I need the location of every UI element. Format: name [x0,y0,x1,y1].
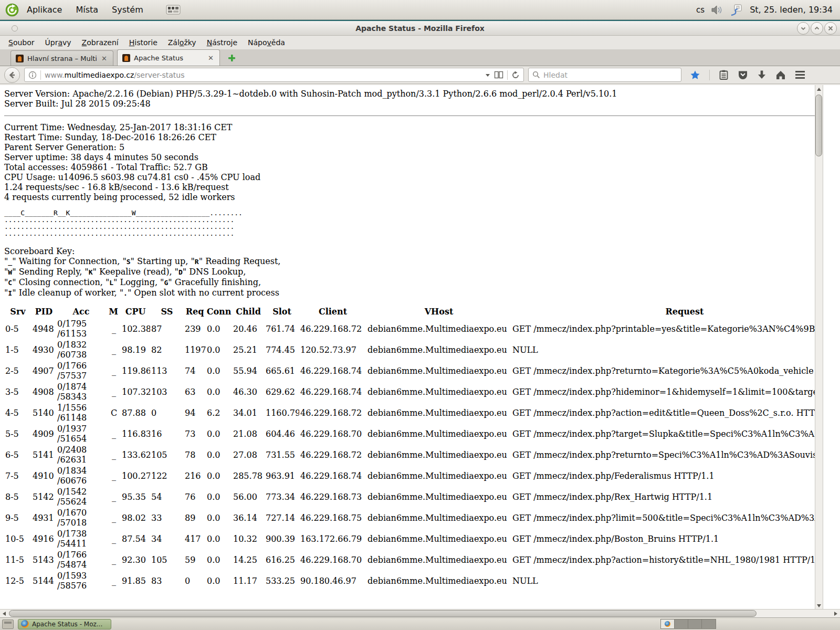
cell-pid: 5142 [32,486,56,507]
server-info-line: Parent Server Generation: 5 [4,142,815,152]
firefox-window: Apache Status - Mozilla Firefox SouborÚp… [0,20,840,617]
new-tab-button[interactable] [225,53,239,63]
menu-button[interactable] [795,70,805,79]
table-row: 6-551410/2408/62631_133.62105780.027.087… [4,444,815,465]
workspace-4[interactable] [702,620,716,628]
cell-m: _ [106,486,121,507]
bookmark-star-icon[interactable] [690,70,700,80]
col-header-request: Request [511,305,815,318]
cell-cpu: 87.88 [121,402,150,423]
cell-client: 46.229.168.72 [299,402,366,423]
worker-status-table: SrvPIDAccMCPUSSReqConnChildSlotClientVHo… [4,305,815,591]
mixer-applet-icon[interactable] [166,5,181,15]
cell-cpu: 116.83 [121,423,150,444]
show-desktop-button[interactable] [2,620,14,629]
cell-req: 59 [184,549,206,570]
cell-child: 285.78 [232,465,265,486]
distro-logo-icon[interactable] [5,3,19,17]
col-header-child: Child [232,305,265,318]
url-bar[interactable]: www.multimediaexpo.cz/server-status [24,68,524,82]
cell-client: 120.52.73.97 [299,339,366,360]
cell-request: GET /mmecz/index.php/Boston_Bruins HTTP/… [511,528,815,549]
workspace-2[interactable] [675,620,688,628]
menu-upravy[interactable]: Úpravy [40,37,77,48]
cell-cpu: 107.32 [121,381,150,402]
table-row: 0-549480/1795/61153_102.38872390.020.467… [4,318,815,339]
cell-ss: 113 [150,360,184,381]
cell-slot: 665.61 [265,360,299,381]
table-row: 1-549300/1832/60738_98.198211970.025.217… [4,339,815,360]
menu-nastroje[interactable]: Nástroje [202,37,243,48]
vertical-scrollbar[interactable] [815,85,823,610]
vertical-scrollbar-thumb[interactable] [815,94,822,156]
cell-acc: 0/1593/58576 [56,570,106,591]
cell-req: 89 [184,507,206,528]
scroll-left-arrow[interactable] [0,610,8,617]
cell-conn: 0.0 [206,318,232,339]
panel-menu-mista[interactable]: Místa [70,2,104,17]
workspace-switcher[interactable] [660,619,716,629]
page-info-icon[interactable] [28,71,37,79]
col-header-pid: PID [32,305,56,318]
downloads-icon[interactable] [757,70,766,80]
close-button[interactable] [824,22,837,35]
keyboard-layout-indicator[interactable]: cs [696,5,705,15]
horizontal-scrollbar[interactable] [0,609,840,617]
url-dropdown-icon[interactable] [485,73,490,77]
pocket-icon[interactable] [738,70,748,80]
taskbar-window-button[interactable]: Apache Status - Moz... [18,619,111,629]
home-button[interactable] [775,70,786,80]
tab-close-icon[interactable]: ✕ [100,55,108,62]
panel-menu-system[interactable]: Systém [106,2,149,17]
scroll-right-arrow[interactable] [832,610,839,617]
tab-hlavni-strana[interactable]: Hlavní strana – Multi...✕ [10,50,113,66]
reader-mode-icon[interactable] [494,71,503,79]
cell-pid: 5144 [32,570,56,591]
horizontal-scrollbar-thumb[interactable] [9,610,757,617]
cell-slot: 533.25 [265,570,299,591]
menu-zalozky[interactable]: Záložky [163,37,202,48]
minimize-button[interactable] [797,22,810,35]
cell-srv: 7-5 [4,465,32,486]
table-row: 9-549310/1670/57018_98.0233890.036.14727… [4,507,815,528]
menu-historie[interactable]: Historie [124,37,163,48]
workspace-1[interactable] [661,620,675,628]
scroll-up-arrow[interactable] [815,85,823,93]
cell-acc: 0/1670/57018 [56,507,106,528]
bookmarks-menu-icon[interactable] [719,70,729,80]
cell-request: GET /mmecz/index.php?limit=500&title=Spe… [511,507,815,528]
cell-acc: 0/1937/51654 [56,423,106,444]
cell-m: _ [106,339,121,360]
menu-napoveda[interactable]: Nápověda [243,37,290,48]
titlebar[interactable]: Apache Status - Mozilla Firefox [0,21,840,36]
cell-vhost: debian6mme.Multimediaexpo.eu [366,444,511,465]
col-header-srv: Srv [4,305,32,318]
cell-cpu: 98.02 [121,507,150,528]
clock[interactable]: St, 25. leden, 19:34 [750,5,835,15]
cell-child: 21.08 [232,423,265,444]
panel-menu-aplikace[interactable]: Aplikace [21,2,68,17]
volume-icon[interactable] [711,4,723,16]
cell-acc: 0/1738/54411 [56,528,106,549]
browser-viewport: Server Version: Apache/2.2.16 (Debian) P… [0,85,840,610]
cell-ss: 87 [150,318,184,339]
tab-apache-status[interactable]: Apache Status✕ [117,49,220,66]
workspace-3[interactable] [688,620,702,628]
network-applet-icon[interactable] [730,4,743,16]
cell-slot: 604.46 [265,423,299,444]
cell-pid: 4931 [32,507,56,528]
cell-req: 94 [184,402,206,423]
search-bar[interactable]: Hledat [528,68,681,82]
cell-srv: 10-5 [4,528,32,549]
cell-client: 46.229.168.75 [299,507,366,528]
maximize-button[interactable] [811,22,823,35]
cell-m: _ [106,318,121,339]
server-info-block: Current Time: Wednesday, 25-Jan-2017 18:… [4,122,815,202]
tab-close-icon[interactable]: ✕ [207,54,215,62]
reload-button[interactable] [511,71,520,79]
table-row: 12-551440/1593/58576_91.858300.011.17533… [4,570,815,591]
back-button[interactable] [4,67,20,83]
menu-soubor[interactable]: Soubor [3,37,40,48]
cell-ss: 105 [150,549,184,570]
menu-zobrazeni[interactable]: Zobrazení [77,37,124,48]
